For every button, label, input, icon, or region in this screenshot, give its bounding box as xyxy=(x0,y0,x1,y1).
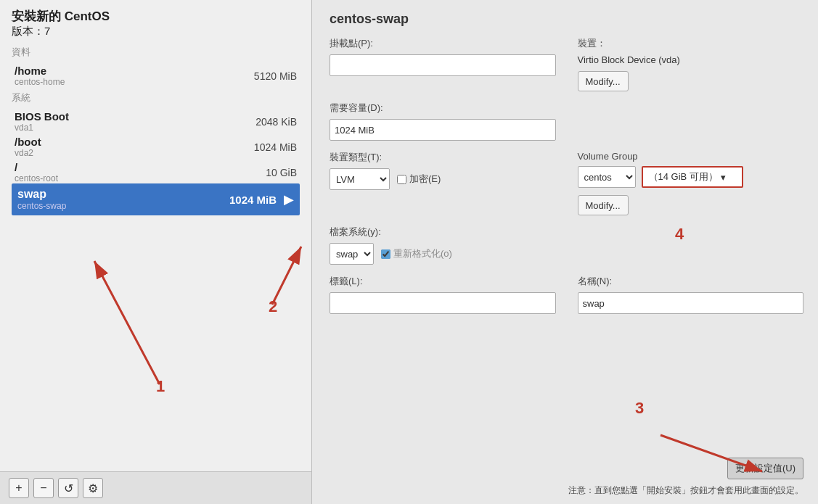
reformat-label[interactable]: 重新格式化(o) xyxy=(381,247,452,260)
system-section-label: 系統 xyxy=(12,91,300,104)
partition-home[interactable]: /home centos-home 5120 MiB xyxy=(12,62,300,87)
mount-input[interactable] xyxy=(330,54,556,76)
capacity-label: 需要容量(D): xyxy=(330,102,556,115)
reformat-checkbox[interactable] xyxy=(381,249,390,259)
partition-bios-boot[interactable]: BIOS Boot vda1 2048 KiB xyxy=(12,107,300,133)
selected-arrow-icon: ▶ xyxy=(284,191,294,207)
partition-boot[interactable]: /boot vda2 1024 MiB xyxy=(12,133,300,158)
device-type-label: 裝置類型(T): xyxy=(330,151,556,164)
mount-point-group: 掛載點(P): xyxy=(330,37,556,91)
vg-dropdown-icon: ▾ xyxy=(721,172,726,183)
partition-root[interactable]: / centos-root 10 GiB xyxy=(12,158,300,183)
label-group: 標籤(L): xyxy=(330,275,556,314)
fs-select[interactable]: swap ext4 xfs xyxy=(330,243,374,265)
partition-swap[interactable]: swap centos-swap 1024 MiB ▶ xyxy=(12,183,300,215)
note-text: 注意：直到您點選「開始安裝」按鈕才會套用此畫面的設定。 xyxy=(568,484,803,497)
vg-available-dropdown[interactable]: （14 GiB 可用） ▾ xyxy=(642,166,743,188)
install-title: 安裝新的 CentOS xyxy=(12,9,300,25)
label-input[interactable] xyxy=(330,292,556,314)
mount-label: 掛載點(P): xyxy=(330,37,556,50)
name-group: 名稱(N): xyxy=(578,275,804,314)
label-label: 標籤(L): xyxy=(330,275,556,288)
config-button[interactable]: ⚙ xyxy=(83,478,103,498)
bottom-row: 更新設定值(U) 注意：直到您點選「開始安裝」按鈕才會套用此畫面的設定。 xyxy=(330,450,803,497)
refresh-button[interactable]: ↺ xyxy=(58,478,78,498)
device-section-label: 裝置： xyxy=(578,37,804,50)
add-partition-button[interactable]: + xyxy=(9,478,29,498)
name-input[interactable] xyxy=(578,292,804,314)
encrypt-checkbox[interactable] xyxy=(397,175,406,184)
left-panel: 安裝新的 CentOS 版本：7 資料 /home centos-home 51… xyxy=(0,0,312,504)
volume-group-group: Volume Group centos （14 GiB 可用） ▾ Modify… xyxy=(578,151,804,215)
device-type-select[interactable]: LVM Standard RAID xyxy=(330,168,390,190)
left-toolbar: + − ↺ ⚙ xyxy=(0,471,311,504)
update-settings-button[interactable]: 更新設定值(U) xyxy=(727,458,803,479)
fs-label: 檔案系統(y): xyxy=(330,226,556,239)
modify-device-button[interactable]: Modify... xyxy=(578,71,629,91)
volume-group-select[interactable]: centos xyxy=(578,166,636,188)
install-version: 版本：7 xyxy=(12,25,300,38)
remove-partition-button[interactable]: − xyxy=(33,478,54,498)
vg-available-text: （14 GiB 可用） xyxy=(649,170,718,183)
capacity-group: 需要容量(D): xyxy=(330,102,556,141)
fs-group: 檔案系統(y): swap ext4 xfs 重新格式化(o) xyxy=(330,226,556,265)
right-panel: centos-swap 掛載點(P): 裝置： Virtio Block Dev… xyxy=(312,0,818,504)
data-section-label: 資料 xyxy=(12,46,300,59)
device-group: 裝置： Virtio Block Device (vda) Modify... xyxy=(578,37,804,91)
name-label: 名稱(N): xyxy=(578,275,804,288)
capacity-input[interactable] xyxy=(330,119,556,141)
volume-group-label: Volume Group xyxy=(578,151,804,162)
encrypt-label: 加密(E) xyxy=(409,173,441,186)
detail-title: centos-swap xyxy=(330,12,803,27)
device-type-group: 裝置類型(T): LVM Standard RAID 加密(E) xyxy=(330,151,556,215)
device-name: Virtio Block Device (vda) xyxy=(578,54,804,65)
encrypt-checkbox-label[interactable]: 加密(E) xyxy=(397,173,441,186)
modify-vg-button[interactable]: Modify... xyxy=(578,195,629,215)
reformat-text: 重新格式化(o) xyxy=(393,247,452,260)
